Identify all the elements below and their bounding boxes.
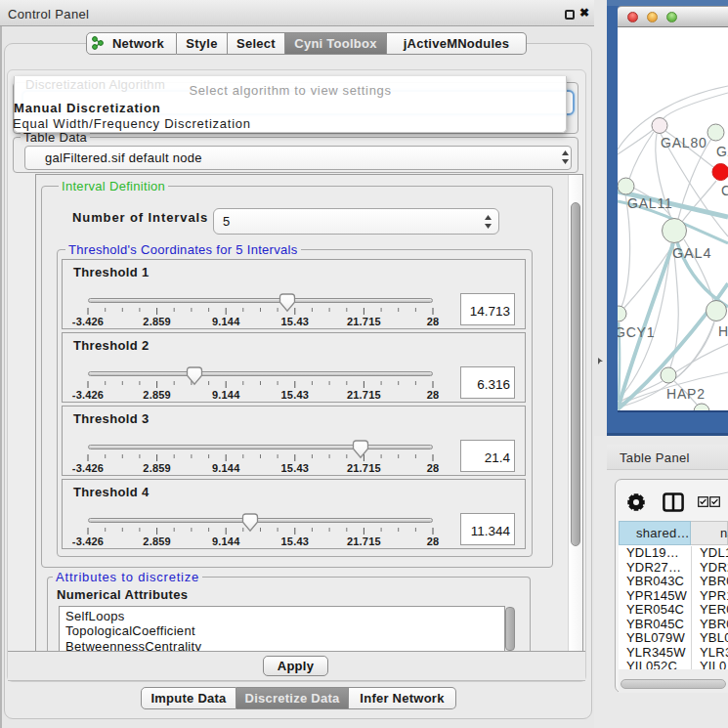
svg-text:GA: GA: [716, 144, 728, 159]
svg-text:GAL80: GAL80: [661, 135, 707, 150]
svg-text:GAL4: GAL4: [672, 245, 711, 261]
svg-text:GCY1: GCY1: [618, 324, 655, 340]
svg-text:C: C: [721, 183, 728, 198]
svg-text:H: H: [718, 323, 728, 339]
svg-text:HAP2: HAP2: [666, 386, 706, 402]
svg-text:GAL11: GAL11: [627, 195, 673, 211]
